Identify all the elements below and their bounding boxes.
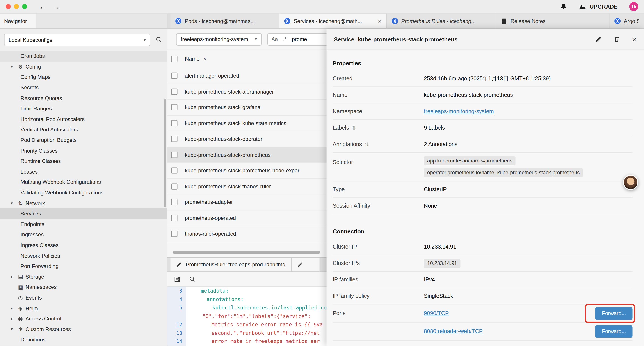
kubeconfig-selector[interactable]: Local Kubeconfigs ▾ xyxy=(4,34,150,46)
namespace-link[interactable]: freeleaps-monitoring-system xyxy=(424,108,494,114)
regex-toggle[interactable]: .* xyxy=(283,36,287,42)
line-number: 5 xyxy=(167,304,186,312)
window-minimize-button[interactable] xyxy=(14,4,19,9)
select-all-checkbox[interactable] xyxy=(171,56,177,62)
sidebar-item-priority-classes[interactable]: Priority Classes xyxy=(0,145,167,156)
forward-button[interactable]: Forward... xyxy=(595,325,632,338)
chevron-down-icon: ▾ xyxy=(144,37,146,42)
sidebar-item-helm[interactable]: Helm xyxy=(0,303,167,313)
upgrade-icon xyxy=(579,3,586,10)
sidebar-item-pod-disruption-budgets[interactable]: Pod Disruption Budgets xyxy=(0,135,167,145)
sidebar-item-secrets[interactable]: Secrets xyxy=(0,82,167,93)
sidebar-item-storage[interactable]: Storage xyxy=(0,271,167,282)
property-row-session-affinity: Session Affinity None xyxy=(333,198,632,214)
drawer-body: Properties Created 253d 16h 6m ago (2025… xyxy=(326,50,644,346)
tab-argo[interactable]: Argo Se xyxy=(610,13,644,28)
sidebar-item-namespaces[interactable]: Namespaces xyxy=(0,282,167,292)
tab-close-icon[interactable]: × xyxy=(374,17,382,24)
tab-prometheus-rules[interactable]: Prometheus Rules - icecheng... xyxy=(387,13,496,28)
dock-tab-partial[interactable] xyxy=(292,258,320,271)
sidebar-item-vertical-pod-autoscalers[interactable]: Vertical Pod Autoscalers xyxy=(0,124,167,135)
delete-icon[interactable] xyxy=(613,36,620,43)
namespace-selector-value: freeleaps-monitoring-system xyxy=(180,36,248,42)
sidebar-item-endpoints[interactable]: Endpoints xyxy=(0,219,167,230)
sidebar-item-network-policies[interactable]: Network Policies xyxy=(0,250,167,261)
dock-tab-label: PrometheusRule: freeleaps-prod-rabbitmq xyxy=(186,262,286,268)
row-checkbox[interactable] xyxy=(171,104,177,110)
sidebar-item-horizontal-pod-autoscalers[interactable]: Horizontal Pod Autoscalers xyxy=(0,114,167,124)
namespace-selector[interactable]: freeleaps-monitoring-system ▾ xyxy=(176,33,262,45)
sidebar-item-port-forwarding[interactable]: Port Forwarding xyxy=(0,261,167,271)
sidebar-item-ingresses[interactable]: Ingresses xyxy=(0,230,167,240)
sidebar-item-access-control[interactable]: Access Control xyxy=(0,313,167,324)
port-link-8080[interactable]: 8080:reloader-web/TCP xyxy=(424,328,483,335)
tab-release-notes[interactable]: Release Notes xyxy=(496,13,609,28)
section-title-connection: Connection xyxy=(333,224,632,239)
network-icon xyxy=(18,200,26,206)
sidebar-item-events[interactable]: Events xyxy=(0,292,167,303)
row-checkbox[interactable] xyxy=(171,152,177,158)
row-checkbox[interactable] xyxy=(171,136,177,142)
line-number: 12 xyxy=(167,320,186,329)
notifications-bell-icon[interactable] xyxy=(560,3,567,10)
row-checkbox[interactable] xyxy=(171,199,177,205)
sidebar-item-services[interactable]: Services xyxy=(0,209,167,219)
forward-button[interactable]: Forward... xyxy=(595,307,632,319)
property-row-selector: Selector app.kubernetes.io/name=promethe… xyxy=(333,153,632,181)
sidebar-item-cron-jobs[interactable]: Cron Jobs xyxy=(0,51,167,61)
upgrade-button[interactable]: UPGRADE xyxy=(579,3,618,10)
sidebar-scrollbar[interactable] xyxy=(164,98,166,207)
sidebar-item-runtime-classes[interactable]: Runtime Classes xyxy=(0,156,167,166)
unfold-more-icon[interactable] xyxy=(352,125,356,131)
chevron-down-icon xyxy=(11,327,18,332)
kubernetes-icon xyxy=(614,18,620,24)
sidebar-item-definitions[interactable]: Definitions xyxy=(0,335,167,345)
back-button[interactable]: ← xyxy=(40,3,46,10)
navigator-panel-header[interactable]: Navigator xyxy=(0,13,36,28)
sidebar-item-config-maps[interactable]: Config Maps xyxy=(0,72,167,82)
search-icon[interactable] xyxy=(189,276,196,283)
sidebar-item-mutating-webhook-configurations[interactable]: Mutating Webhook Configurations xyxy=(0,177,167,187)
sidebar-item-validating-webhook-configurations[interactable]: Validating Webhook Configurations xyxy=(0,187,167,198)
sidebar-toolbar: Local Kubeconfigs ▾ xyxy=(0,29,167,51)
chevron-down-icon xyxy=(11,64,18,69)
row-checkbox[interactable] xyxy=(171,88,177,95)
window-close-button[interactable] xyxy=(6,4,10,9)
sidebar-item-resource-quotas[interactable]: Resource Quotas xyxy=(0,93,167,103)
row-checkbox[interactable] xyxy=(171,183,177,189)
port-link-9090[interactable]: 9090/TCP xyxy=(424,310,449,317)
details-drawer: Service: kube-prometheus-stack-prometheu… xyxy=(326,29,644,346)
horizontal-scrollbar[interactable] xyxy=(172,251,320,254)
sidebar-search-icon[interactable] xyxy=(155,36,163,43)
sidebar-item-custom-resources[interactable]: Custom Resources xyxy=(0,324,167,335)
tab-pods[interactable]: Pods - icecheng@mathmas... xyxy=(170,13,280,28)
save-icon[interactable] xyxy=(174,276,181,283)
unfold-more-icon[interactable] xyxy=(365,141,369,147)
sidebar-item-leases[interactable]: Leases xyxy=(0,166,167,177)
sidebar-item-ingress-classes[interactable]: Ingress Classes xyxy=(0,240,167,251)
tab-label: Prometheus Rules - icecheng... xyxy=(401,18,476,24)
dock-tab-prometheusrule[interactable]: PrometheusRule: freeleaps-prod-rabbitmq xyxy=(170,258,292,271)
row-checkbox[interactable] xyxy=(171,168,177,174)
edit-icon[interactable] xyxy=(595,36,602,42)
forward-button[interactable]: → xyxy=(53,3,60,10)
sidebar-item-limit-ranges[interactable]: Limit Ranges xyxy=(0,103,167,114)
navigator-header-zone: Navigator xyxy=(0,13,167,28)
sidebar-item-config[interactable]: Config xyxy=(0,61,167,72)
row-checkbox[interactable] xyxy=(171,215,177,221)
navigator-tree: Cron Jobs Config Config Maps Secrets Res… xyxy=(0,51,167,345)
close-icon[interactable]: × xyxy=(632,35,636,43)
tab-services[interactable]: Services - icecheng@math... × xyxy=(279,13,387,28)
row-checkbox[interactable] xyxy=(171,73,177,79)
window-zoom-button[interactable] xyxy=(22,4,27,9)
property-row-ip-families: IP families IPv4 xyxy=(333,272,632,288)
name-column-header[interactable]: Name xyxy=(185,56,200,62)
avatar[interactable] xyxy=(623,175,638,190)
row-checkbox[interactable] xyxy=(171,120,177,126)
match-case-toggle[interactable]: Aa xyxy=(272,36,278,42)
helm-icon xyxy=(18,305,26,311)
sort-asc-icon[interactable] xyxy=(204,57,206,63)
sidebar-item-network[interactable]: Network xyxy=(0,198,167,209)
notification-count-badge[interactable]: 15 xyxy=(629,2,638,11)
row-checkbox[interactable] xyxy=(171,231,177,237)
